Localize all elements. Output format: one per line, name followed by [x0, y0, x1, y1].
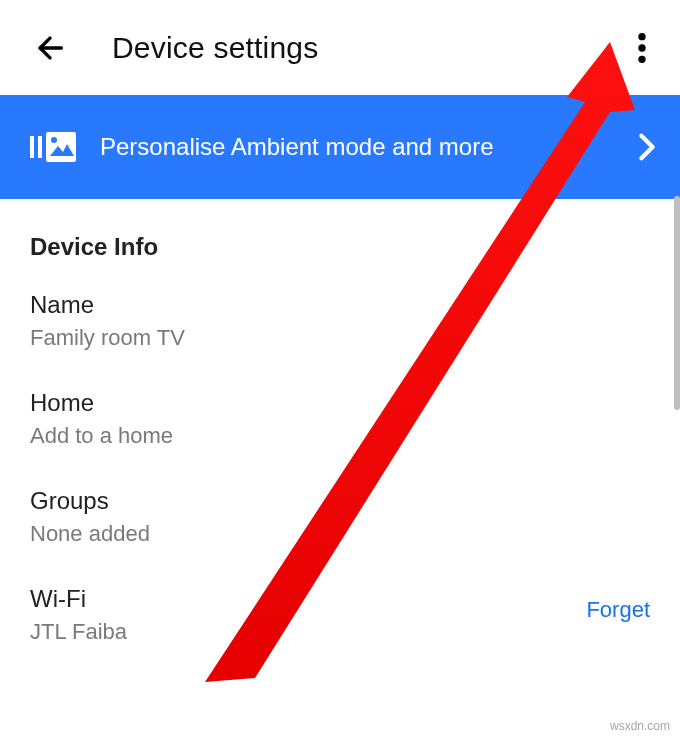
- row-name-label: Name: [30, 291, 185, 319]
- watermark-text: wsxdn.com: [610, 719, 670, 733]
- scrollbar-thumb[interactable]: [674, 196, 680, 410]
- svg-point-8: [51, 137, 57, 143]
- row-name-value: Family room TV: [30, 325, 185, 351]
- row-groups[interactable]: Groups None added: [0, 467, 680, 565]
- ambient-image-icon: [30, 132, 76, 162]
- svg-point-2: [638, 44, 645, 51]
- row-home-value: Add to a home: [30, 423, 173, 449]
- ambient-banner-text: Personalise Ambient mode and more: [100, 133, 632, 161]
- row-home-label: Home: [30, 389, 173, 417]
- svg-point-3: [638, 55, 645, 62]
- more-vert-icon[interactable]: [622, 28, 662, 68]
- svg-rect-6: [46, 132, 76, 162]
- row-groups-label: Groups: [30, 487, 150, 515]
- chevron-right-icon: [632, 133, 662, 161]
- row-wifi-value: JTL Faiba: [30, 619, 127, 645]
- app-header: Device settings: [0, 0, 680, 95]
- wifi-forget-button[interactable]: Forget: [586, 585, 650, 623]
- row-home[interactable]: Home Add to a home: [0, 369, 680, 467]
- svg-rect-4: [30, 136, 34, 158]
- device-info-heading: Device Info: [0, 199, 680, 271]
- back-arrow-icon[interactable]: [30, 28, 70, 68]
- svg-rect-5: [38, 136, 42, 158]
- page-title: Device settings: [112, 31, 622, 65]
- row-groups-value: None added: [30, 521, 150, 547]
- row-wifi-label: Wi-Fi: [30, 585, 127, 613]
- row-wifi[interactable]: Wi-Fi JTL Faiba Forget: [0, 565, 680, 663]
- ambient-mode-banner[interactable]: Personalise Ambient mode and more: [0, 95, 680, 199]
- row-name[interactable]: Name Family room TV: [0, 271, 680, 369]
- svg-point-1: [638, 32, 645, 39]
